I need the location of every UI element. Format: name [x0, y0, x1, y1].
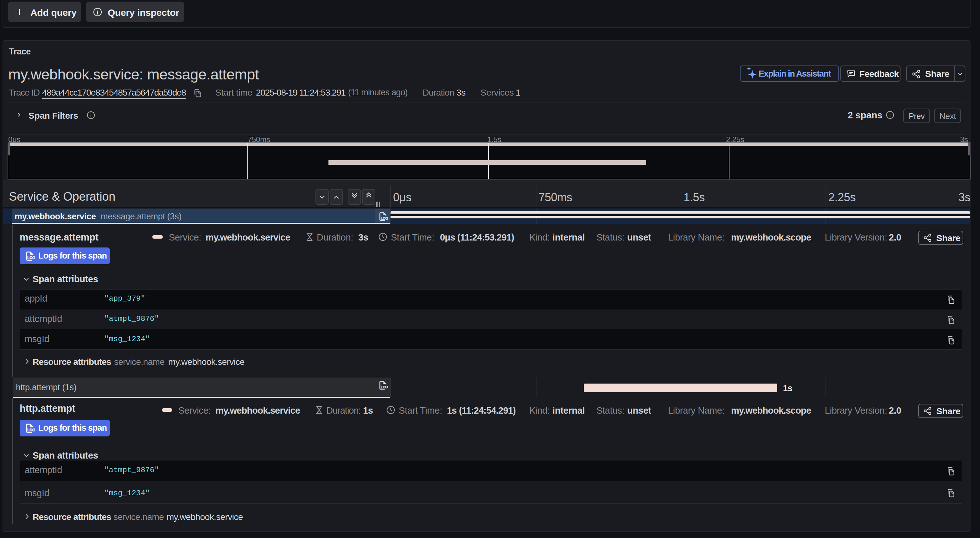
svg-text:LOG: LOG — [381, 216, 388, 220]
svg-text:LOG: LOG — [27, 256, 35, 260]
svg-text:LOG: LOG — [27, 428, 35, 432]
svg-text:LOG: LOG — [381, 385, 388, 389]
